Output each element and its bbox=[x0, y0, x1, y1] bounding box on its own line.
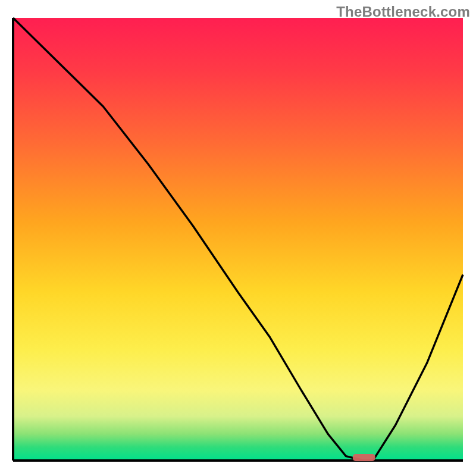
watermark-text: TheBottleneck.com bbox=[336, 4, 470, 20]
plot-area bbox=[13, 18, 463, 461]
chart-frame: TheBottleneck.com bbox=[0, 0, 476, 476]
optimal-marker bbox=[353, 454, 375, 461]
bottleneck-curve bbox=[13, 18, 463, 461]
chart-svg bbox=[13, 18, 463, 461]
